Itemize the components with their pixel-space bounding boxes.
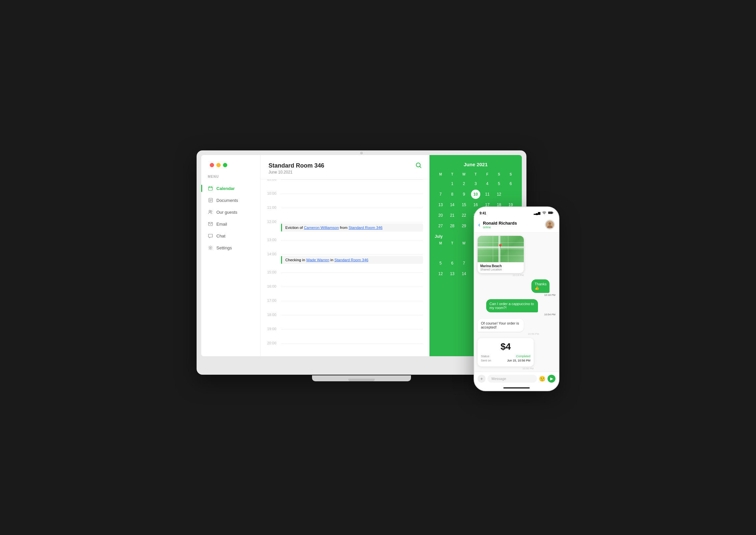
chat-send-button[interactable]: ▶ bbox=[548, 375, 555, 383]
wifi-icon bbox=[542, 211, 546, 215]
july-day-5[interactable]: 5 bbox=[436, 259, 445, 268]
cal-day-29[interactable]: 29 bbox=[459, 221, 469, 231]
chat-avatar bbox=[545, 220, 555, 230]
chat-back-button[interactable]: ‹ bbox=[478, 221, 480, 228]
july-day-7[interactable]: 7 bbox=[459, 259, 469, 268]
time-line-1200: Eviction of Cameron Williamson from Stan… bbox=[281, 222, 423, 236]
time-label-0900: 09:00 bbox=[267, 179, 281, 181]
event-person-wade[interactable]: Wade Warren bbox=[306, 258, 329, 262]
time-line-1000 bbox=[281, 194, 423, 208]
msg-cappuccino-bubble: Can I order a cappuccino to my room?! bbox=[486, 299, 538, 312]
cal-hdr-s2: S bbox=[505, 172, 517, 177]
cal-day-21[interactable]: 21 bbox=[448, 211, 457, 220]
main-content: Standard Room 346 June 10.2021 bbox=[261, 155, 429, 356]
cal-day-13[interactable]: 13 bbox=[436, 200, 445, 209]
july-day-12[interactable]: 12 bbox=[436, 269, 445, 278]
phone-content: ‹ Ronald Richards online bbox=[474, 217, 559, 391]
map-grid-h1 bbox=[478, 242, 524, 243]
map-info: Marina Beach Shared Location bbox=[478, 262, 524, 273]
sidebar-item-settings[interactable]: Settings bbox=[201, 242, 260, 254]
july-day-14[interactable]: 14 bbox=[459, 269, 469, 278]
msg-ofcourse-time: 10:56 PM bbox=[478, 332, 539, 335]
chat-message-input[interactable]: Message bbox=[488, 375, 537, 383]
chat-messages: 📍 Marina Beach Shared Location 10:13 PM … bbox=[474, 233, 559, 372]
svg-point-11 bbox=[210, 247, 211, 248]
cal-day-1[interactable]: 1 bbox=[448, 179, 457, 188]
event-eviction-middle: from bbox=[340, 226, 349, 230]
cal-day-8[interactable]: 8 bbox=[448, 190, 457, 199]
time-row-1100: 11:00 bbox=[267, 208, 423, 222]
scene: MENU Calendar bbox=[197, 144, 559, 391]
time-row-1200: 12:00 Eviction of Cameron Williamson fro… bbox=[267, 222, 423, 240]
chat-add-button[interactable]: + bbox=[478, 375, 486, 383]
cal-day-9[interactable]: 9 bbox=[459, 190, 469, 199]
time-row-1800: 18:00 bbox=[267, 315, 423, 329]
cal-day-14[interactable]: 14 bbox=[448, 200, 457, 209]
cal-day-22[interactable]: 22 bbox=[459, 211, 469, 220]
payment-status-row: Status Completed bbox=[481, 355, 530, 358]
map-road-v bbox=[498, 236, 500, 262]
sidebar-item-calendar[interactable]: Calendar bbox=[201, 182, 260, 194]
cal-day-28[interactable]: 28 bbox=[448, 221, 457, 231]
cal-day-12[interactable]: 12 bbox=[494, 190, 504, 199]
cal-hdr-t2: T bbox=[470, 172, 481, 177]
event-location-2[interactable]: Standard Room 346 bbox=[334, 258, 368, 262]
event-eviction-prefix: Eviction of bbox=[285, 226, 304, 230]
time-row-2000: 20:00 bbox=[267, 343, 423, 356]
payment-amount: $4 bbox=[481, 341, 530, 352]
time-row-0900: 09:00 bbox=[267, 179, 423, 194]
svg-rect-0 bbox=[208, 187, 212, 190]
cal-day-4[interactable]: 4 bbox=[483, 179, 492, 188]
cal-day-5[interactable]: 5 bbox=[494, 179, 504, 188]
chat-input-bar: + Message 🙂 ▶ bbox=[474, 372, 559, 385]
map-grid-v1 bbox=[493, 236, 493, 262]
minimize-window-button[interactable] bbox=[216, 163, 221, 167]
sidebar-item-guests-label: Our guests bbox=[216, 210, 237, 215]
cal-day-2[interactable]: 2 bbox=[459, 179, 469, 188]
msg-cappuccino-time: 10:54 PM bbox=[486, 313, 555, 316]
july-hdr-m: M bbox=[435, 241, 446, 246]
cal-day-20[interactable]: 20 bbox=[436, 211, 445, 220]
msg-thanks-bubble: Thanks 👍 bbox=[531, 279, 550, 293]
sidebar-item-chat[interactable]: Chat bbox=[201, 230, 260, 242]
time-label-2000: 20:00 bbox=[267, 341, 281, 345]
search-button[interactable] bbox=[416, 162, 422, 170]
time-label-1900: 19:00 bbox=[267, 327, 281, 331]
phone-time: 9:41 bbox=[480, 211, 486, 215]
room-title: Standard Room 346 bbox=[268, 162, 324, 169]
sidebar-item-documents[interactable]: Documents bbox=[201, 194, 260, 206]
main-header: Standard Room 346 June 10.2021 bbox=[261, 155, 429, 179]
cal-day-15[interactable]: 15 bbox=[459, 200, 469, 209]
sidebar-item-email[interactable]: Email bbox=[201, 218, 260, 230]
july-day-6[interactable]: 6 bbox=[448, 259, 457, 268]
msg-ofcourse: Of course! Your order is accepted! 10:56… bbox=[478, 319, 539, 335]
chat-emoji-icon[interactable]: 🙂 bbox=[539, 376, 546, 382]
event-person-cameron[interactable]: Cameron Williamson bbox=[304, 226, 339, 230]
event-location-1[interactable]: Standard Room 346 bbox=[349, 226, 383, 230]
cal-day-27[interactable]: 27 bbox=[436, 221, 445, 231]
svg-rect-16 bbox=[549, 212, 552, 213]
cal-day-3[interactable]: 3 bbox=[471, 179, 480, 188]
time-line-2000 bbox=[281, 343, 423, 356]
map-card: 📍 Marina Beach Shared Location bbox=[478, 236, 524, 273]
time-row-1000: 10:00 bbox=[267, 194, 423, 208]
cal-day-11[interactable]: 11 bbox=[483, 190, 492, 199]
laptop-base bbox=[312, 375, 411, 381]
cal-hdr-t1: T bbox=[446, 172, 458, 177]
sidebar-item-guests[interactable]: Our guests bbox=[201, 206, 260, 218]
cal-day-6[interactable]: 6 bbox=[506, 179, 515, 188]
july-day-13[interactable]: 13 bbox=[448, 269, 457, 278]
cal-day-10-today[interactable]: 10 bbox=[471, 190, 480, 199]
payment-sent-row: Sent on Jun 15, 10:56 PM bbox=[481, 359, 530, 362]
cal-week-1: 1 2 3 4 5 6 bbox=[435, 179, 517, 189]
cal-hdr-f: F bbox=[482, 172, 493, 177]
sidebar-item-email-label: Email bbox=[216, 222, 227, 227]
time-line-1700 bbox=[281, 301, 423, 315]
event-eviction[interactable]: Eviction of Cameron Williamson from Stan… bbox=[281, 224, 423, 232]
event-checkin[interactable]: Checking in Wade Warren in Standard Room… bbox=[281, 256, 423, 264]
close-window-button[interactable] bbox=[210, 163, 214, 167]
cal-day-7[interactable]: 7 bbox=[436, 190, 445, 199]
maximize-window-button[interactable] bbox=[223, 163, 227, 167]
cal-header-row: M T W T F S S bbox=[435, 172, 517, 177]
map-location-sub: Shared Location bbox=[480, 268, 521, 271]
